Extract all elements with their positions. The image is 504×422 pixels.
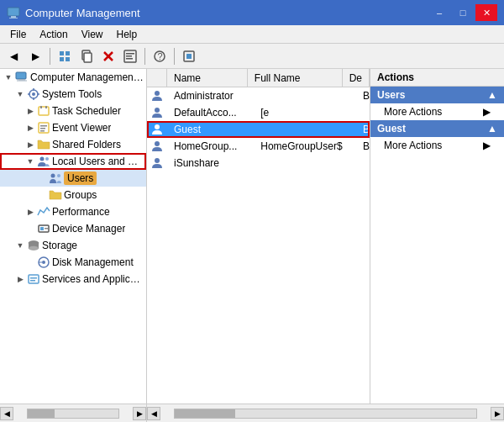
tree-item-groups[interactable]: Groups bbox=[0, 187, 146, 203]
menu-help[interactable]: Help bbox=[110, 27, 144, 42]
scrollbar-center-left-arrow[interactable]: ◀ bbox=[147, 407, 160, 420]
copy-button[interactable] bbox=[76, 46, 97, 66]
task-scheduler-icon bbox=[37, 104, 50, 118]
expand-shared-folders[interactable]: ▶ bbox=[24, 138, 37, 151]
extra-button[interactable] bbox=[179, 46, 199, 66]
expand-task-scheduler[interactable]: ▶ bbox=[24, 104, 37, 118]
svg-point-35 bbox=[40, 157, 45, 161]
actions-guest-more-arrow: ▶ bbox=[483, 140, 491, 151]
tree-panel: ▼ Computer Management (Local ▼ bbox=[0, 69, 147, 404]
actions-users-header[interactable]: Users ▲ bbox=[370, 87, 504, 103]
col-header-fullname[interactable]: Full Name bbox=[248, 69, 343, 87]
expand-services-apps[interactable]: ▶ bbox=[13, 272, 27, 286]
list-row-homegroup[interactable]: HomeGroup... HomeGroupUser$ Bui bbox=[147, 138, 370, 155]
col-header-desc[interactable]: De bbox=[343, 69, 370, 87]
shared-folders-icon bbox=[37, 138, 50, 151]
scrollbar-left-track[interactable] bbox=[27, 409, 119, 419]
delete-button[interactable] bbox=[98, 46, 118, 66]
svg-point-55 bbox=[155, 158, 160, 163]
tree-item-task-scheduler[interactable]: ▶ Task Scheduler bbox=[0, 103, 146, 119]
app-icon bbox=[7, 6, 20, 19]
event-viewer-icon bbox=[37, 121, 50, 135]
back-button[interactable]: ◀ bbox=[3, 46, 24, 66]
system-tools-icon bbox=[27, 87, 40, 101]
menu-view[interactable]: View bbox=[75, 27, 110, 42]
default-desc bbox=[356, 112, 370, 113]
tree-item-users[interactable]: Users bbox=[0, 170, 146, 187]
tree-item-performance[interactable]: ▶ Performance bbox=[0, 203, 146, 220]
tree-item-system-tools[interactable]: ▼ System Tools bbox=[0, 86, 146, 103]
expand-disk-management bbox=[24, 256, 37, 269]
menu-file[interactable]: File bbox=[3, 27, 33, 42]
svg-rect-4 bbox=[66, 51, 70, 55]
status-bar: ◀ ▶ ◀ ▶ bbox=[0, 404, 504, 422]
svg-rect-48 bbox=[29, 275, 39, 283]
status-bar-center: ◀ ▶ bbox=[147, 404, 504, 422]
tree-item-shared-folders[interactable]: ▶ Shared Folders bbox=[0, 136, 146, 153]
status-bar-left: ◀ ▶ bbox=[0, 404, 147, 422]
actions-guest-more[interactable]: More Actions ▶ bbox=[370, 137, 504, 154]
list-row-admin[interactable]: Administrator Bui bbox=[147, 87, 370, 104]
local-users-icon bbox=[37, 155, 50, 168]
tree-label-device-manager: Device Manager bbox=[52, 223, 125, 235]
performance-icon bbox=[37, 205, 50, 219]
scrollbar-center-thumb bbox=[175, 409, 235, 418]
properties-button[interactable] bbox=[120, 46, 140, 66]
svg-rect-19 bbox=[16, 72, 26, 79]
svg-rect-32 bbox=[40, 125, 47, 127]
svg-rect-20 bbox=[18, 79, 25, 81]
tree-item-event-viewer[interactable]: ▶ Event Viewer bbox=[0, 119, 146, 136]
svg-point-46 bbox=[42, 261, 45, 264]
expand-local-users[interactable]: ▼ bbox=[24, 155, 37, 168]
svg-point-38 bbox=[57, 174, 60, 177]
tree-item-storage[interactable]: ▼ Storage bbox=[0, 237, 146, 254]
guest-desc: Bu bbox=[356, 123, 370, 136]
svg-point-23 bbox=[32, 92, 35, 96]
svg-rect-5 bbox=[60, 57, 64, 61]
main-area: ▼ Computer Management (Local ▼ bbox=[0, 69, 504, 404]
expand-system-tools[interactable]: ▼ bbox=[13, 87, 27, 101]
tree-item-device-manager[interactable]: Device Manager bbox=[0, 220, 146, 237]
actions-guest-header[interactable]: Guest ▲ bbox=[370, 120, 504, 137]
scrollbar-left-arrow[interactable]: ◀ bbox=[0, 407, 13, 420]
expand-performance[interactable]: ▶ bbox=[24, 205, 37, 219]
tree-item-root[interactable]: ▼ Computer Management (Local bbox=[0, 69, 146, 86]
disk-management-icon bbox=[37, 256, 50, 269]
default-fullname: [e bbox=[254, 106, 356, 119]
scrollbar-center-track[interactable] bbox=[174, 409, 477, 419]
isunshare-fullname bbox=[254, 162, 356, 164]
help-button[interactable]: ? bbox=[150, 46, 170, 66]
menu-action[interactable]: Action bbox=[33, 27, 74, 42]
tree-label-system-tools: System Tools bbox=[42, 88, 102, 100]
scrollbar-center-right-arrow[interactable]: ▶ bbox=[491, 407, 504, 420]
svg-point-37 bbox=[51, 174, 55, 178]
expand-storage[interactable]: ▼ bbox=[13, 239, 27, 252]
close-button[interactable]: ✕ bbox=[475, 4, 497, 21]
svg-rect-33 bbox=[40, 128, 45, 129]
tree-item-disk-management[interactable]: Disk Management bbox=[0, 254, 146, 271]
list-row-isunshare[interactable]: iSunshare bbox=[147, 155, 370, 171]
svg-rect-21 bbox=[17, 81, 27, 82]
maximize-button[interactable]: □ bbox=[452, 4, 474, 21]
expand-root[interactable]: ▼ bbox=[2, 71, 15, 84]
actions-users-more[interactable]: More Actions ▶ bbox=[370, 103, 504, 120]
svg-rect-3 bbox=[60, 51, 64, 55]
window-title: Computer Management bbox=[25, 7, 140, 19]
minimize-button[interactable]: – bbox=[428, 4, 450, 21]
svg-rect-6 bbox=[66, 57, 70, 61]
tree-label-shared-folders: Shared Folders bbox=[52, 139, 121, 150]
tree-item-local-users[interactable]: ▼ Local Users and Groups bbox=[0, 153, 146, 170]
scrollbar-right-arrow[interactable]: ▶ bbox=[133, 407, 146, 420]
tree-label-groups: Groups bbox=[64, 189, 97, 201]
tree-item-services-apps[interactable]: ▶ Services and Applications bbox=[0, 271, 146, 287]
svg-rect-49 bbox=[30, 277, 37, 279]
forward-button[interactable]: ▶ bbox=[25, 46, 45, 66]
window-controls: – □ ✕ bbox=[428, 4, 497, 21]
list-row-guest[interactable]: Guest Bu bbox=[147, 121, 370, 138]
up-button[interactable] bbox=[55, 46, 75, 66]
storage-icon bbox=[27, 239, 40, 252]
expand-event-viewer[interactable]: ▶ bbox=[24, 121, 37, 135]
list-row-default[interactable]: DefaultAcco... [e bbox=[147, 104, 370, 121]
col-header-name[interactable]: Name bbox=[167, 69, 248, 87]
users-icon bbox=[49, 171, 62, 185]
